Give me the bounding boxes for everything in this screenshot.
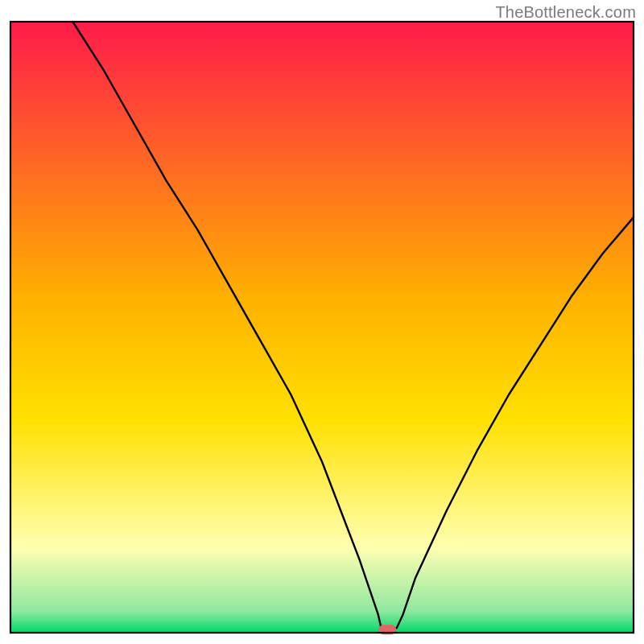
attribution-label: TheBottleneck.com	[495, 3, 636, 22]
plot-background	[10, 22, 634, 633]
plot-area	[10, 22, 634, 634]
plot-svg	[0, 0, 644, 644]
bottleneck-chart: TheBottleneck.com	[0, 0, 644, 644]
